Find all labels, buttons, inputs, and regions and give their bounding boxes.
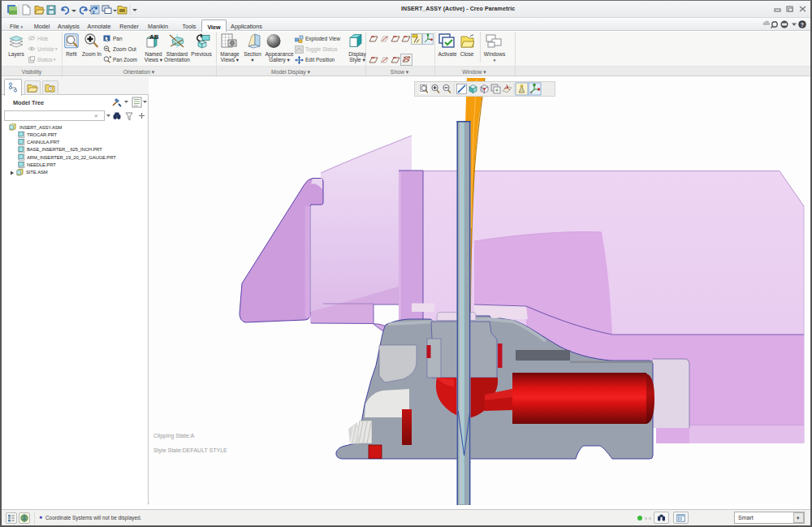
svg-text:Clipping State:A: Clipping State:A: [153, 433, 195, 439]
svg-text:Style State:DEFAULT STYLE: Style State:DEFAULT STYLE: [153, 447, 227, 454]
svg-text:AB: AB: [149, 33, 159, 41]
svg-text:?: ?: [801, 22, 804, 28]
